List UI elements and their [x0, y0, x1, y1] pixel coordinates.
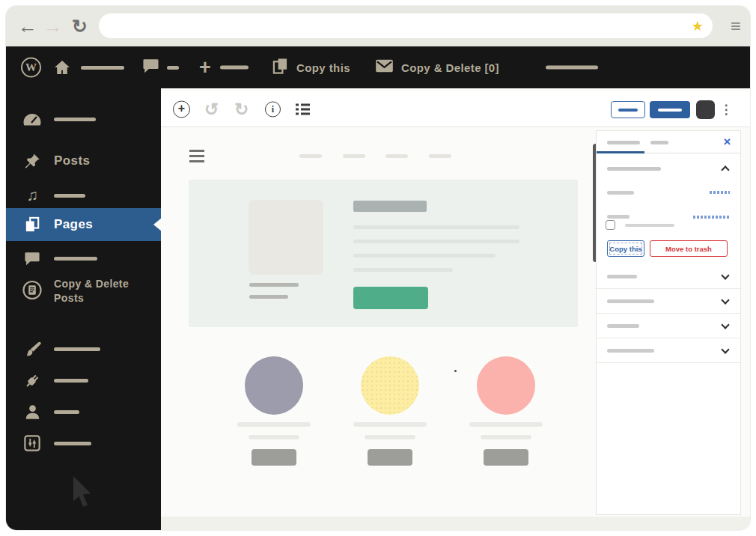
site-menu-icon[interactable] — [189, 150, 204, 162]
comments-count-placeholder — [167, 66, 179, 70]
kebab-menu-icon[interactable]: ⋮ — [721, 101, 731, 117]
envelope-icon — [376, 60, 393, 76]
sidebar-item-settings[interactable] — [6, 433, 161, 453]
settings-label-placeholder — [54, 442, 91, 445]
stray-dot — [454, 370, 457, 372]
list-view-icon[interactable] — [296, 103, 310, 115]
nav-link-placeholder[interactable] — [385, 154, 408, 158]
redo-icon[interactable]: ↻ — [234, 99, 249, 119]
forward-icon[interactable]: → — [43, 15, 63, 38]
mouse-cursor-icon — [72, 476, 97, 511]
card-button[interactable] — [368, 449, 412, 466]
admin-bar-comments[interactable] — [143, 58, 179, 76]
copy-delete-posts-label: Copy & Delete Posts — [54, 277, 145, 305]
card-button[interactable] — [252, 449, 296, 466]
card-text-line — [353, 422, 427, 427]
sidebar-item-comments[interactable] — [6, 249, 161, 268]
card-text-line — [481, 435, 531, 439]
add-block-button[interactable]: + — [173, 100, 190, 118]
address-bar[interactable]: ★ — [99, 13, 713, 38]
active-tab-indicator — [597, 151, 644, 153]
close-icon[interactable]: ✕ — [723, 136, 731, 147]
users-label-placeholder — [54, 410, 79, 414]
site-title-placeholder — [81, 66, 124, 70]
chevron-up-icon[interactable] — [721, 165, 729, 174]
sidebar-item-media[interactable]: ♫ — [6, 186, 161, 205]
accordion-title-placeholder — [607, 299, 654, 303]
nav-link-placeholder[interactable] — [343, 154, 365, 158]
hero-text-line — [353, 240, 519, 243]
accordion-section[interactable] — [597, 338, 740, 363]
sidebar-item-plugins[interactable] — [6, 371, 161, 390]
hero-block[interactable] — [189, 180, 578, 327]
browser-menu-icon[interactable]: ≡ — [731, 16, 741, 37]
accordion-section[interactable] — [597, 264, 740, 289]
field-link-placeholder[interactable] — [693, 216, 730, 219]
nav-link-placeholder[interactable] — [429, 154, 451, 158]
dashboard-gauge-icon — [22, 113, 42, 126]
admin-bar-extra[interactable] — [546, 66, 598, 70]
pages-label: Pages — [54, 217, 93, 232]
copy-delete-label: Copy & Delete [0] — [401, 61, 499, 74]
admin-bar-site-home[interactable] — [52, 60, 124, 75]
settings-toggle-button[interactable] — [696, 100, 715, 119]
field-label-placeholder — [607, 215, 630, 219]
hero-cta-button[interactable] — [353, 287, 428, 309]
admin-bar-copy-delete[interactable]: Copy & Delete [0] — [376, 60, 499, 76]
list-view-row — [296, 103, 310, 106]
back-icon[interactable]: ← — [18, 15, 37, 38]
sidebar-item-copy-delete-posts[interactable]: Copy & Delete Posts — [6, 277, 161, 305]
browser-window: ← → ↻ ★ ≡ W + — [6, 6, 750, 530]
accordion-title-placeholder — [607, 275, 637, 278]
move-to-trash-button[interactable]: Move to trash — [650, 240, 728, 257]
feature-circle-purple — [245, 356, 303, 415]
wordpress-logo-icon[interactable]: W — [21, 58, 41, 78]
admin-bar-extra-placeholder — [546, 66, 598, 70]
sidebar-item-posts[interactable]: Posts — [6, 151, 161, 171]
panel-copy-this-button[interactable]: Copy this — [607, 240, 644, 257]
hero-caption-line — [249, 295, 288, 299]
panel-tabs: ✕ — [597, 131, 740, 153]
card-button[interactable] — [484, 449, 528, 466]
tab-block-placeholder[interactable] — [650, 141, 668, 144]
plugins-label-placeholder — [54, 379, 88, 383]
sidebar-item-dashboard[interactable] — [6, 109, 161, 129]
tab-document-placeholder[interactable] — [607, 141, 640, 144]
plus-icon: + — [178, 102, 185, 115]
undo-icon[interactable]: ↺ — [204, 99, 219, 119]
info-icon[interactable]: i — [265, 101, 281, 117]
music-notes-icon: ♫ — [22, 186, 42, 204]
bookmark-star-icon[interactable]: ★ — [692, 18, 704, 34]
accordion-section[interactable] — [597, 314, 740, 338]
admin-bar-copy-this[interactable]: Copy this — [272, 58, 350, 78]
editor-toolbar: + ↺ ↻ i ⋮ — [161, 91, 750, 127]
comment-bubble-icon — [143, 58, 159, 76]
accordion-title-placeholder — [607, 324, 639, 328]
hero-text-line — [353, 254, 496, 258]
section-title-placeholder — [607, 167, 661, 171]
posts-label: Posts — [54, 153, 90, 168]
chevron-down-icon — [721, 320, 729, 329]
checkbox-label-placeholder — [625, 224, 674, 227]
footer-strip — [161, 517, 750, 530]
browser-chrome: ← → ↻ ★ ≡ — [6, 6, 750, 46]
hero-caption-line — [249, 283, 299, 287]
field-link-placeholder[interactable] — [710, 191, 730, 194]
accordion-section[interactable] — [597, 289, 740, 314]
sidebar-item-pages[interactable]: Pages — [6, 208, 161, 241]
sidebar-item-appearance[interactable] — [6, 339, 161, 359]
checkbox[interactable] — [606, 220, 615, 230]
publish-button[interactable] — [650, 101, 690, 118]
admin-bar-new[interactable]: + — [199, 58, 249, 78]
sidebar-item-users[interactable] — [6, 402, 161, 421]
save-draft-button[interactable] — [611, 101, 645, 118]
home-icon — [52, 60, 72, 75]
accordion-title-placeholder — [607, 349, 654, 353]
save-draft-placeholder — [618, 109, 638, 112]
nav-link-placeholder[interactable] — [299, 154, 322, 158]
sliders-icon — [22, 435, 42, 451]
media-label-placeholder — [54, 194, 85, 198]
new-label-placeholder — [220, 66, 249, 70]
refresh-icon[interactable]: ↻ — [72, 16, 88, 37]
comments-label-placeholder — [54, 257, 97, 261]
